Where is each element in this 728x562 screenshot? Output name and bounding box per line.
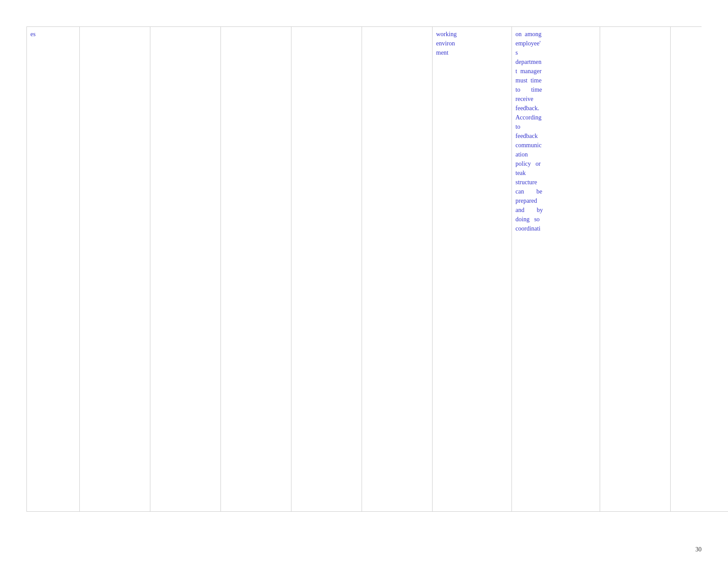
table-wrapper: es — [26, 26, 702, 512]
table-grid: es — [27, 27, 702, 512]
table-cell-col2 — [80, 27, 150, 512]
cell-content-col7: workingenvironment — [436, 30, 508, 57]
table-cell-col4 — [221, 27, 291, 512]
page-number: 30 — [695, 546, 702, 553]
page-container: es — [0, 0, 728, 562]
table-cell-col6 — [362, 27, 433, 512]
table-cell-col9 — [600, 27, 671, 512]
table-cell-col10 — [671, 27, 728, 512]
cell-text-col1-es: es — [30, 30, 76, 39]
cell-text-working: workingenvironment — [436, 30, 508, 57]
cell-content-col1: es — [30, 30, 76, 39]
table-cell-col5 — [291, 27, 362, 512]
table-cell-col3 — [150, 27, 221, 512]
table-cell-col1: es — [27, 27, 80, 512]
cell-text-col8-main: on among employee' s departmen t manager… — [515, 30, 596, 233]
table-cell-col8: on among employee' s departmen t manager… — [512, 27, 600, 512]
cell-content-col8: on among employee' s departmen t manager… — [515, 30, 596, 233]
table-cell-col7: workingenvironment — [433, 27, 512, 512]
